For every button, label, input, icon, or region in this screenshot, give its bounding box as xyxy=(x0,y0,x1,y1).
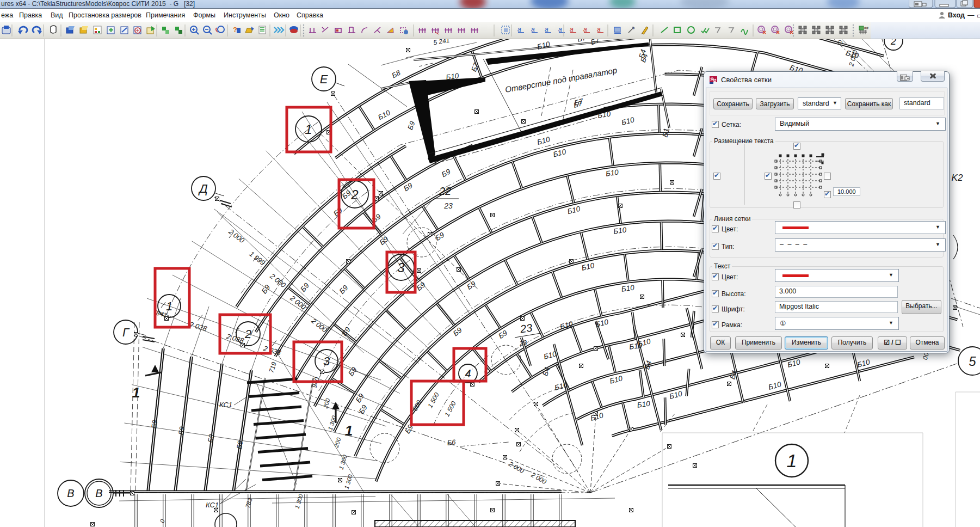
svg-text:5: 5 xyxy=(969,354,976,369)
svg-text:1 300: 1 300 xyxy=(337,454,348,470)
svg-text:Б9: Б9 xyxy=(299,281,311,293)
svg-text:Б10: Б10 xyxy=(377,108,392,121)
svg-text:22: 22 xyxy=(439,185,451,197)
svg-text:Б9: Б9 xyxy=(440,167,452,179)
svg-text:a: a xyxy=(531,26,535,33)
svg-text:Е: Е xyxy=(320,72,328,86)
svg-text:Б10: Б10 xyxy=(613,226,627,236)
svg-text:a: a xyxy=(558,26,562,33)
svg-text:Б7: Б7 xyxy=(590,39,601,46)
svg-text:Б9: Б9 xyxy=(406,120,416,131)
svg-text:Б9: Б9 xyxy=(358,403,369,415)
svg-text:Б8: Б8 xyxy=(390,68,402,79)
svg-text:1: 1 xyxy=(305,122,312,137)
svg-text:Б1: Б1 xyxy=(661,127,671,138)
svg-text:+: + xyxy=(632,26,635,31)
svg-text:2: 2 xyxy=(244,327,251,341)
svg-text:4: 4 xyxy=(465,367,471,379)
svg-text:?: ? xyxy=(233,26,237,34)
svg-text:Д: Д xyxy=(198,182,208,195)
svg-text:200: 200 xyxy=(322,397,331,409)
svg-text:1: 1 xyxy=(787,450,797,471)
svg-text:Б10: Б10 xyxy=(536,40,551,51)
svg-text:Б9: Б9 xyxy=(177,426,186,436)
svg-text:a: a xyxy=(570,26,574,33)
svg-text:2 000: 2 000 xyxy=(227,227,246,245)
svg-text:Б10: Б10 xyxy=(559,320,574,331)
svg-text:2 028: 2 028 xyxy=(225,332,245,345)
svg-text:Б9: Б9 xyxy=(347,365,359,377)
svg-text:2 028: 2 028 xyxy=(188,320,208,333)
svg-text:Г: Г xyxy=(122,326,130,339)
svg-text:1: 1 xyxy=(132,384,140,401)
svg-text:2: 2 xyxy=(350,187,358,202)
svg-text:В: В xyxy=(67,487,74,499)
svg-text:Б10: Б10 xyxy=(597,110,611,120)
svg-text:Б9: Б9 xyxy=(337,283,349,296)
svg-text:2: 2 xyxy=(890,39,896,47)
svg-text:КС1: КС1 xyxy=(219,401,232,409)
svg-text:3: 3 xyxy=(397,260,405,275)
svg-text:2 000: 2 000 xyxy=(268,272,288,290)
svg-text:Б10: Б10 xyxy=(605,168,619,178)
svg-text:a: a xyxy=(517,26,521,33)
svg-text:Б9: Б9 xyxy=(150,419,159,429)
svg-text:Б9: Б9 xyxy=(235,440,244,450)
svg-text:Отверстие под травалатор: Отверстие под травалатор xyxy=(504,65,618,94)
svg-text:Б6: Б6 xyxy=(447,438,457,446)
svg-text:23: 23 xyxy=(519,322,533,335)
svg-text:2 000: 2 000 xyxy=(529,470,548,486)
svg-text:##: ## xyxy=(864,26,868,30)
svg-text:В: В xyxy=(95,487,102,499)
svg-text:1 999: 1 999 xyxy=(248,250,267,267)
svg-text:a: a xyxy=(597,26,601,33)
svg-text:23: 23 xyxy=(443,201,453,210)
svg-text:Б10: Б10 xyxy=(620,115,635,127)
svg-text:K2: K2 xyxy=(952,173,963,183)
svg-text:3: 3 xyxy=(323,354,330,368)
svg-text:Б9: Б9 xyxy=(260,283,272,295)
svg-text:1: 1 xyxy=(166,299,172,313)
svg-text:a: a xyxy=(545,26,548,33)
svg-text:Б10: Б10 xyxy=(543,350,557,361)
svg-text:КС1: КС1 xyxy=(206,501,219,509)
svg-text:719: 719 xyxy=(268,361,278,374)
svg-text:1 300: 1 300 xyxy=(343,473,354,490)
svg-text:a: a xyxy=(583,26,587,33)
svg-text:1: 1 xyxy=(345,422,353,439)
svg-text:Б10: Б10 xyxy=(621,284,635,293)
svg-text:Б10: Б10 xyxy=(536,135,551,146)
svg-text:Б10: Б10 xyxy=(856,358,871,369)
svg-text:23: 23 xyxy=(519,339,527,347)
svg-text:Б10: Б10 xyxy=(767,380,782,391)
svg-text:5 241: 5 241 xyxy=(433,39,450,47)
svg-text:Б9: Б9 xyxy=(206,433,215,443)
svg-text:Б10: Б10 xyxy=(637,400,651,409)
svg-text:200: 200 xyxy=(332,436,342,449)
svg-text:0: 0 xyxy=(159,518,166,524)
svg-text:1 300: 1 300 xyxy=(293,493,304,510)
